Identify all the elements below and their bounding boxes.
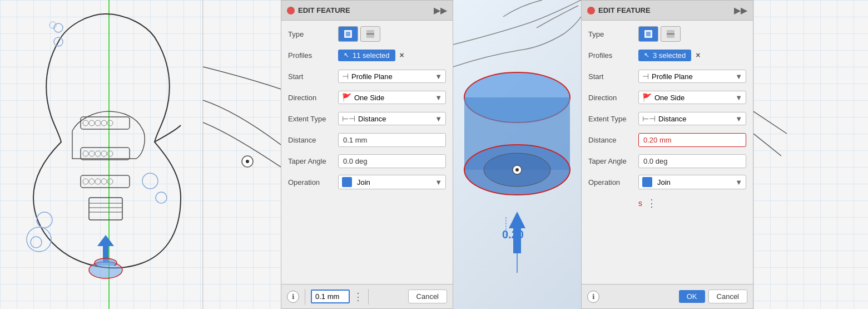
panel1-footer-input[interactable] [311, 290, 350, 303]
panel2-info-button[interactable]: ℹ [587, 291, 599, 303]
panel1-profiles-selected-text: 11 selected [353, 51, 390, 60]
panel1-distance-control [338, 133, 446, 147]
panel2-operation-arrow: ▼ [735, 178, 742, 187]
panel1-extent-icon: ⊢⊣ [342, 114, 355, 123]
render-distance-label: 0.20 [502, 228, 524, 241]
panel1-operation-dropdown[interactable]: Join ▼ [338, 175, 446, 189]
panel2-profiles-control: ↖ 3 selected × [638, 50, 746, 61]
panel1-distance-input[interactable] [338, 133, 446, 147]
panel2-operation-dropdown[interactable]: Join ▼ [638, 175, 746, 189]
panel1-direction-dropdown[interactable]: 🚩 One Side ▼ [338, 91, 446, 104]
panel1-profiles-label: Profiles [288, 51, 338, 60]
panel1-operation-icon [342, 177, 352, 187]
panel1-type-row: Type [288, 25, 446, 43]
svg-point-22 [54, 23, 63, 32]
panel1-start-dropdown[interactable]: ⊣ Profile Plane ▼ [338, 70, 446, 83]
panel1-type-btn-2[interactable] [360, 26, 380, 42]
svg-rect-49 [646, 32, 651, 36]
panel2-body: Type Profiles ↖ 3 selected × [582, 21, 753, 284]
panel2-dots-indicator: ⋮ [647, 197, 656, 209]
panel2-s-row: s ⋮ [588, 194, 746, 212]
svg-point-32 [95, 258, 117, 266]
panel1-start-row: Start ⊣ Profile Plane ▼ [288, 67, 446, 85]
svg-point-26 [156, 192, 167, 203]
panel1-type-btn-1[interactable] [338, 26, 358, 42]
panel1-extent-value: Distance [358, 115, 386, 123]
panel2-operation-icon [642, 177, 652, 187]
panel1-direction-icon: 🚩 [342, 93, 351, 102]
panel2-profiles-row: Profiles ↖ 3 selected × [588, 46, 746, 64]
panel2-direction-label: Direction [588, 94, 638, 102]
panel2-start-control: ⊣ Profile Plane ▼ [638, 70, 746, 83]
panel1-profiles-badge[interactable]: ↖ 11 selected [338, 50, 395, 61]
panel2-direction-arrow: ▼ [735, 94, 742, 102]
svg-point-19 [95, 179, 101, 184]
panel1-title-dot [287, 7, 295, 14]
panel1-body: Type Profiles ↖ 11 selected × [281, 21, 453, 284]
panel1-forward-arrow[interactable]: ▶▶ [434, 5, 447, 16]
svg-rect-4 [81, 117, 130, 129]
panel2-extent-arrow: ▼ [735, 115, 742, 123]
panel1-header: EDIT FEATURE ▶▶ [281, 1, 453, 21]
panel2-type-btn-1[interactable] [638, 26, 658, 42]
panel1-start-label: Start [288, 72, 338, 81]
panel2-info-icon: ℹ [592, 293, 595, 301]
panel1-extent-arrow: ▼ [435, 115, 442, 123]
panel2-profiles-label: Profiles [588, 51, 638, 60]
panel1-footer-sep2 [368, 289, 369, 305]
panel1-cancel-button[interactable]: Cancel [408, 290, 447, 303]
panel2-title-dot [587, 7, 595, 14]
panel2-taper-control [638, 154, 746, 168]
svg-point-34 [246, 160, 249, 163]
edit-feature-panel-1: EDIT FEATURE ▶▶ Type Profiles ↖ 11 sel [281, 0, 453, 309]
panel2-start-row: Start ⊣ Profile Plane ▼ [588, 67, 746, 85]
svg-point-28 [27, 227, 51, 252]
panel2-profiles-badge[interactable]: ↖ 3 selected [638, 50, 691, 61]
panel1-direction-row: Direction 🚩 One Side ▼ [288, 89, 446, 106]
panel1-header-left: EDIT FEATURE [287, 6, 350, 14]
svg-point-8 [101, 120, 107, 126]
panel1-pointer-icon: ↖ [344, 51, 349, 59]
panel1-direction-label: Direction [288, 94, 338, 102]
panel2-start-arrow: ▼ [735, 72, 742, 81]
panel1-start-value: Profile Plane [351, 72, 393, 81]
panel2-s-control: s ⋮ [638, 197, 746, 209]
panel1-start-icon: ⊣ [342, 72, 349, 81]
panel1-type-control [338, 26, 446, 42]
panel1-distance-label: Distance [288, 136, 338, 144]
panel2-extent-control: ⊢⊣ Distance ▼ [638, 112, 746, 125]
edit-feature-panel-2: EDIT FEATURE ▶▶ Type Profiles ↖ 3 sele [581, 0, 753, 309]
svg-point-17 [83, 179, 88, 184]
svg-point-6 [89, 120, 95, 126]
svg-rect-0 [89, 198, 122, 220]
panel1-start-arrow: ▼ [435, 72, 442, 81]
panel2-extent-dropdown[interactable]: ⊢⊣ Distance ▼ [638, 112, 746, 125]
panel2-cancel-button[interactable]: Cancel [708, 290, 747, 303]
panel2-forward-arrow[interactable]: ▶▶ [734, 5, 747, 16]
svg-point-29 [31, 237, 42, 248]
panel2-type-btn-2[interactable] [661, 26, 681, 42]
panel2-type-control [638, 26, 746, 42]
panel2-operation-value: Join [657, 178, 671, 187]
panel1-profiles-control: ↖ 11 selected × [338, 50, 446, 61]
panel2-distance-input[interactable] [638, 133, 746, 147]
panel1-info-button[interactable]: ℹ [287, 291, 299, 303]
panel2-start-dropdown[interactable]: ⊣ Profile Plane ▼ [638, 70, 746, 83]
panel2-profiles-clear[interactable]: × [696, 51, 700, 60]
panel2-profiles-selected-text: 3 selected [653, 51, 686, 60]
panel2-footer: ℹ OK Cancel [582, 284, 753, 308]
panel2-extent-value: Distance [658, 115, 687, 123]
panel1-footer-sep1 [305, 289, 305, 305]
panel1-direction-value: One Side [354, 94, 384, 102]
panel1-direction-arrow: ▼ [435, 94, 442, 102]
panel1-taper-input[interactable] [338, 154, 446, 168]
panel2-direction-dropdown[interactable]: 🚩 One Side ▼ [638, 91, 746, 104]
panel1-footer-dots[interactable]: ⋮ [353, 291, 363, 303]
panel1-taper-label: Taper Angle [288, 157, 338, 165]
panel1-extent-dropdown[interactable]: ⊢⊣ Distance ▼ [338, 112, 446, 125]
panel2-taper-input[interactable] [638, 154, 746, 168]
panel1-profiles-clear[interactable]: × [400, 51, 404, 60]
panel2-taper-row: Taper Angle [588, 152, 746, 170]
panel2-ok-button[interactable]: OK [679, 290, 705, 303]
panel2-type-label: Type [588, 30, 638, 38]
